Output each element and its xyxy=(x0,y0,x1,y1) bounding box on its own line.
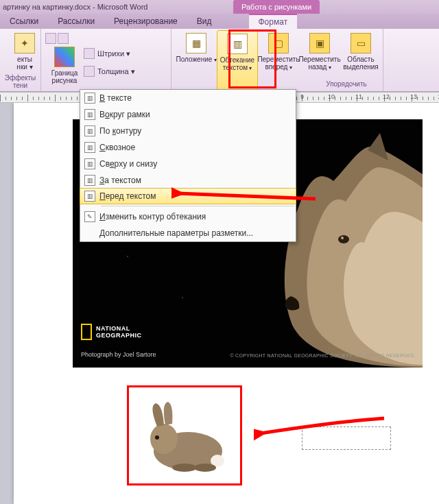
front-icon: ▥ xyxy=(84,191,95,202)
rabbit-illustration xyxy=(137,398,233,473)
svg-point-9 xyxy=(150,424,178,454)
window-title: артинку на картинку.docx - Microsoft Wor… xyxy=(3,3,147,11)
annotation-arrow-menu xyxy=(171,185,322,206)
contextual-tab-label: Работа с рисунками xyxy=(233,0,320,14)
ribbon-tabs: Ссылки Рассылки Рецензирование Вид Форма… xyxy=(0,14,439,29)
rabbit-image-selected[interactable] xyxy=(127,385,242,485)
title-bar: артинку на картинку.docx - Microsoft Wor… xyxy=(0,0,439,14)
svg-point-12 xyxy=(172,464,197,472)
text-wrap-menu: ▥В тексте ▥Вокруг рамки ▥По контуру ▥Скв… xyxy=(80,89,296,242)
dashes-button[interactable]: Штрихи ▾ xyxy=(84,48,135,59)
shadow-icon-2[interactable] xyxy=(58,33,69,44)
effects-icon: ✦ xyxy=(14,33,35,53)
shadow-icon-1[interactable] xyxy=(45,33,56,44)
through-icon: ▥ xyxy=(84,142,95,153)
border-icon xyxy=(54,47,75,67)
wrap-inline[interactable]: ▥В тексте xyxy=(80,90,296,106)
wrap-more-options[interactable]: Дополнительные параметры разметки... xyxy=(80,225,296,241)
photo-credit: Photograph by Joel Sartore xyxy=(81,351,156,358)
edit-points-icon: ✎ xyxy=(84,211,95,222)
annotation-arrow-rabbit xyxy=(254,411,391,446)
tab-mailings[interactable]: Рассылки xyxy=(48,14,104,29)
tight-icon: ▥ xyxy=(84,125,95,136)
forward-icon: ▢ xyxy=(268,33,289,53)
wrap-through[interactable]: ▥Сквозное xyxy=(80,139,296,156)
inline-icon: ▥ xyxy=(84,93,95,104)
wrap-square[interactable]: ▥Вокруг рамки xyxy=(80,106,296,123)
svg-point-1 xyxy=(338,235,349,243)
ribbon: ✦ екты нки ▾ Эффекты тени Граница рисунк… xyxy=(0,29,439,92)
dashes-icon xyxy=(84,48,95,59)
tab-format[interactable]: Формат xyxy=(249,14,298,29)
wrap-edit-points[interactable]: ✎Изменить контур обтекания xyxy=(80,208,296,225)
text-wrap-button[interactable]: ▥ Обтекание текстом xyxy=(217,30,258,91)
copyright-text: © COPYRIGHT NATIONAL GEOGRAPHIC SOCIETY.… xyxy=(230,353,416,358)
position-button[interactable]: ▦ Положение xyxy=(176,30,217,91)
bring-forward-button[interactable]: ▢ Переместить вперед xyxy=(258,30,299,91)
tab-links[interactable]: Ссылки xyxy=(0,14,48,29)
position-icon: ▦ xyxy=(186,33,206,53)
square-icon: ▥ xyxy=(84,109,95,120)
svg-line-14 xyxy=(178,193,316,199)
svg-point-7 xyxy=(182,297,183,298)
weight-icon xyxy=(84,66,95,77)
svg-point-13 xyxy=(194,464,216,472)
backward-icon: ▣ xyxy=(309,33,330,53)
svg-point-2 xyxy=(341,237,344,239)
selection-icon: ▭ xyxy=(351,33,371,53)
wrap-topbottom[interactable]: ▥Сверху и снизу xyxy=(80,156,296,172)
tab-view[interactable]: Вид xyxy=(187,14,222,29)
picture-effects-button[interactable]: ✦ екты нки ▾ xyxy=(4,30,45,71)
group-label-effects: Эффекты тени xyxy=(4,73,36,91)
behind-icon: ▥ xyxy=(84,175,95,186)
svg-point-5 xyxy=(127,256,128,257)
natgeo-logo: NATIONALGEOGRAPHIC xyxy=(81,324,142,340)
topbottom-icon: ▥ xyxy=(84,158,95,169)
weight-button[interactable]: Толщина ▾ xyxy=(84,66,135,77)
group-label-arrange: Упорядочить xyxy=(295,79,398,90)
natgeo-frame-icon xyxy=(81,324,92,340)
picture-border-button[interactable]: Граница рисунка xyxy=(45,44,84,84)
menu-separator xyxy=(101,206,294,206)
wrap-icon: ▥ xyxy=(227,34,248,54)
svg-point-10 xyxy=(155,435,159,440)
tab-review[interactable]: Рецензирование xyxy=(104,14,187,29)
wrap-tight[interactable]: ▥По контуру xyxy=(80,123,296,139)
